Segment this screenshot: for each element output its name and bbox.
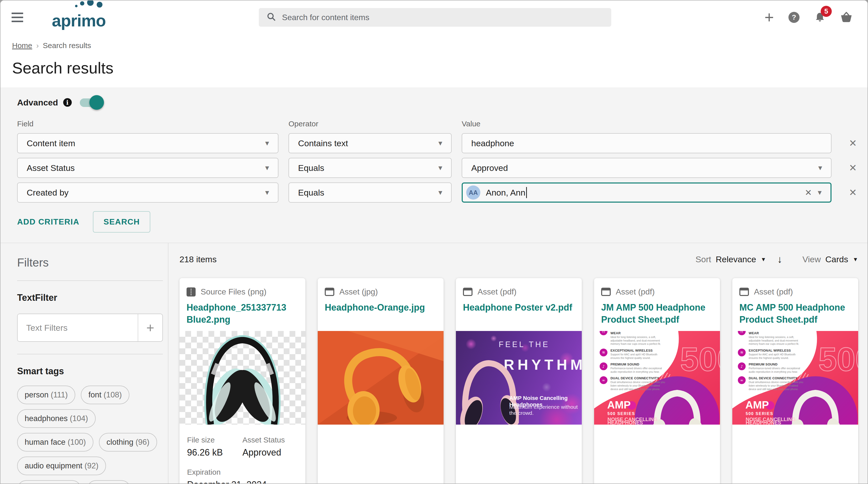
card-title-link[interactable]: Headphone_251337713 Blue2.png [187,301,298,325]
advanced-toggle[interactable] [80,97,103,107]
smart-tag-chip[interactable]: person (111) [17,386,75,404]
feature-list: ∩DESIGNED FOR EXTENDED WEARIdeal for lon… [738,331,804,394]
global-search-wrap [106,8,765,27]
aprimo-logo[interactable]: aprimo [52,6,106,29]
operator-select-row2[interactable]: Equals ▼ [288,158,452,178]
card-title-link[interactable]: MC AMP 500 Headphone Product Sheet.pdf [739,301,851,325]
smart-tag-chip[interactable]: earphone (74) [17,480,81,484]
close-icon[interactable]: ✕ [849,162,857,173]
view-label: View [802,254,821,264]
breadcrumb-home-link[interactable]: Home [12,41,32,50]
card-thumbnail[interactable] [318,331,443,425]
smart-tag-chip[interactable]: clothing (96) [99,433,157,452]
basket-icon[interactable] [840,11,852,23]
breadcrumb-current: Search results [43,41,91,50]
asset-card[interactable]: Asset (pdf) JM AMP 500 Headphone Product… [594,278,720,484]
headphones-image [180,331,305,425]
breadcrumb-separator: › [36,41,39,50]
feature-icon: ∞ [738,376,746,384]
chevron-down-icon[interactable]: ▼ [852,256,858,263]
feature-icon: ≋ [738,349,746,356]
svg-text:AMP: AMP [745,399,769,411]
svg-text:HEADPHONES: HEADPHONES [608,420,643,425]
close-icon[interactable]: ✕ [849,187,857,198]
card-title-link[interactable]: Headphone Poster v2.pdf [463,301,575,314]
logo-dot [97,2,102,7]
smart-tag-chip[interactable]: text (73) [87,480,131,484]
operator-select-row3[interactable]: Equals ▼ [288,183,452,203]
svg-text:HEADPHONES: HEADPHONES [746,420,781,425]
card-thumbnail[interactable]: 500 AMP 500 SERI [732,331,858,425]
logo-dot [87,0,94,6]
add-icon[interactable]: + [765,9,774,25]
asset-card[interactable]: Asset (jpg) Headphone-Orange.jpg [318,278,443,484]
chevron-down-icon: ▼ [437,164,443,172]
field-select-row3[interactable]: Created by ▼ [17,183,278,203]
value-select-row2[interactable]: Approved ▼ [462,158,832,178]
info-icon[interactable]: i [63,98,72,107]
smart-tag-chip[interactable]: audio equipment (92) [17,457,106,475]
view-select[interactable]: Cards [826,254,848,264]
close-icon[interactable]: ✕ [800,188,817,198]
add-text-filter-button[interactable]: + [138,314,162,341]
card-title-link[interactable]: JM AMP 500 Headphone Product Sheet.pdf [601,301,713,325]
sort-label: Sort [695,254,711,264]
chevron-down-icon: ▼ [264,189,270,197]
value-picker-row3[interactable]: AA Anon, Ann ✕ ▼ [462,183,832,203]
svg-text:500: 500 [818,341,858,378]
notification-badge: 5 [821,6,832,17]
field-select-row1[interactable]: Content item ▼ [17,133,278,153]
value-select-row2-value: Approved [471,163,508,173]
asset-card[interactable]: Asset (pdf) MC AMP 500 Headphone Product… [732,278,858,484]
page-title: Search results [0,50,868,88]
filters-sidebar: Filters TextFilter + Smart tags person (… [0,243,168,484]
field-select-row2[interactable]: Asset Status ▼ [17,158,278,178]
advanced-search-section: Advanced i Field Operator Value Content … [0,88,868,243]
chevron-down-icon: ▼ [437,139,443,147]
field-column-label: Field [17,120,278,128]
expiration-field: Expiration December 31, 2024 [187,468,298,484]
close-icon[interactable]: ✕ [849,138,857,149]
smart-tag-chip[interactable]: human face (100) [17,433,93,452]
smart-tag-chip[interactable]: font (108) [81,386,129,404]
svg-text:500: 500 [680,341,720,378]
value-picker-row3-text: Anon, Ann [486,188,525,198]
chevron-down-icon[interactable]: ▼ [816,189,823,197]
results-card-grid: Source Files (png) Headphone_251337713 B… [180,278,858,484]
card-thumbnail[interactable]: FEEL THE RHYTHM AMP Noise Cancelling Hea… [456,331,582,425]
help-icon[interactable]: ? [788,12,800,23]
global-search-bar[interactable] [259,8,611,27]
asset-icon [601,288,611,296]
svg-text:500 SERIES: 500 SERIES [746,412,773,416]
divider [17,354,163,354]
items-count: 218 items [180,254,217,264]
card-kind: Asset (pdf) [616,287,655,296]
feature-icon: ♪ [738,362,746,370]
operator-column-label: Operator [288,120,452,128]
chevron-down-icon: ▼ [264,164,270,172]
smart-tags-label: Smart tags [17,366,163,377]
hamburger-menu-icon[interactable] [11,9,27,25]
smart-tag-chip[interactable]: headphones (104) [17,409,96,428]
asset-card[interactable]: Asset (pdf) Headphone Poster v2.pdf FEEL… [456,278,582,484]
asset-card[interactable]: Source Files (png) Headphone_251337713 B… [180,278,305,484]
text-filter-group: + [17,314,163,342]
search-button[interactable]: SEARCH [93,211,150,232]
global-search-input[interactable] [282,13,604,22]
card-thumbnail[interactable]: 500 AMP 500 SERI [594,331,720,425]
text-filter-input[interactable] [18,314,138,341]
operator-select-row2-value: Equals [298,163,324,173]
sort-direction-icon[interactable]: ↓ [777,254,782,265]
operator-select-row1[interactable]: Contains text ▼ [288,133,452,153]
card-thumbnail[interactable] [180,331,305,425]
text-filter-label: TextFilter [17,292,163,303]
sort-select[interactable]: Relevance [716,254,756,264]
notifications-icon[interactable]: 5 [814,11,826,23]
add-criteria-button[interactable]: ADD CRITERIA [17,217,79,227]
card-title-link[interactable]: Headphone-Orange.jpg [325,301,436,314]
search-icon [266,12,276,23]
chevron-down-icon[interactable]: ▼ [761,256,766,263]
value-input-row1[interactable] [462,133,832,153]
card-kind: Source Files (png) [200,287,266,296]
source-files-icon [187,287,195,296]
